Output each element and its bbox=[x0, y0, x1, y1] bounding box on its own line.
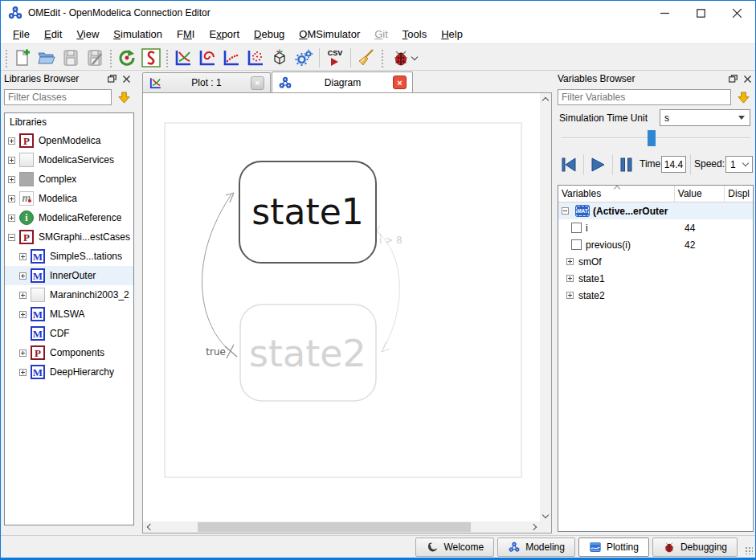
debug-button[interactable] bbox=[386, 47, 422, 69]
expand-icon[interactable] bbox=[566, 275, 574, 282]
filter-variables-input[interactable] bbox=[558, 89, 731, 105]
float-panel-button[interactable] bbox=[726, 73, 739, 84]
library-item-modelica[interactable]: m Modelica bbox=[5, 189, 133, 208]
toolbar-handle[interactable] bbox=[380, 48, 385, 67]
horizontal-scrollbar[interactable] bbox=[143, 521, 540, 533]
3d-visualization-button[interactable] bbox=[268, 47, 292, 69]
menu-git[interactable]: Git bbox=[367, 26, 395, 43]
time-input[interactable]: 14.4 bbox=[661, 156, 686, 173]
clear-plot-button[interactable] bbox=[354, 47, 378, 69]
pause-button[interactable] bbox=[615, 153, 638, 177]
variable-group-state1[interactable]: state1 bbox=[558, 270, 753, 287]
toolbar-handle[interactable] bbox=[108, 48, 113, 67]
time-unit-combobox[interactable]: s bbox=[660, 109, 750, 126]
plotting-perspective-button[interactable]: Plotting bbox=[578, 538, 649, 557]
menu-file[interactable]: File bbox=[6, 26, 37, 43]
menu-edit[interactable]: Edit bbox=[37, 26, 69, 43]
minimize-button[interactable] bbox=[647, 1, 683, 25]
column-display-unit[interactable]: Displ bbox=[725, 186, 753, 202]
play-button[interactable] bbox=[586, 153, 609, 177]
column-value[interactable]: Value bbox=[675, 186, 725, 202]
welcome-perspective-button[interactable]: Welcome bbox=[415, 538, 494, 557]
re-simulate-button[interactable] bbox=[115, 47, 139, 69]
scroll-down-button[interactable] bbox=[540, 510, 551, 521]
checkbox[interactable] bbox=[571, 239, 582, 250]
toolbar-handle[interactable] bbox=[165, 48, 170, 67]
scroll-left-button[interactable] bbox=[143, 521, 154, 533]
close-panel-button[interactable] bbox=[120, 73, 133, 84]
close-button[interactable] bbox=[719, 1, 755, 25]
debugging-perspective-button[interactable]: Debugging bbox=[652, 538, 738, 557]
expand-icon[interactable] bbox=[566, 292, 574, 299]
state1-shape[interactable]: state1 bbox=[239, 161, 376, 263]
expand-icon[interactable] bbox=[8, 195, 15, 202]
library-item-openmodelica[interactable]: P OpenModelica bbox=[5, 131, 133, 150]
simulation-gears-button[interactable] bbox=[292, 47, 316, 69]
new-parametric-plot-button[interactable] bbox=[195, 47, 219, 69]
variable-row-i[interactable]: i 44 bbox=[558, 219, 753, 236]
expand-icon[interactable] bbox=[8, 215, 15, 222]
library-item-maraninchi2003-2[interactable]: Maraninchi2003_2 bbox=[5, 285, 133, 305]
library-item-components[interactable]: P Components bbox=[5, 343, 133, 362]
menu-simulation[interactable]: Simulation bbox=[106, 26, 170, 43]
expand-icon[interactable] bbox=[8, 157, 15, 164]
re-simulate-setup-button[interactable] bbox=[139, 47, 163, 69]
menu-omsimulator[interactable]: OMSimulator bbox=[292, 26, 367, 43]
menu-view[interactable]: View bbox=[69, 26, 106, 43]
library-item-cdf[interactable]: M CDF bbox=[5, 324, 133, 343]
expand-icon[interactable] bbox=[19, 272, 27, 280]
scrollbar-thumb[interactable] bbox=[198, 522, 471, 532]
scroll-right-button[interactable] bbox=[529, 521, 540, 533]
filter-classes-input[interactable] bbox=[4, 89, 112, 105]
collapse-icon[interactable] bbox=[562, 207, 569, 215]
column-variables[interactable]: Variables bbox=[558, 186, 675, 202]
menu-debug[interactable]: Debug bbox=[247, 26, 292, 43]
modeling-perspective-button[interactable]: Modeling bbox=[497, 538, 575, 557]
diagram-canvas[interactable]: true i > 8 state1 state2 bbox=[143, 93, 540, 521]
menu-tools[interactable]: Tools bbox=[395, 26, 434, 43]
variable-group-state2[interactable]: state2 bbox=[558, 287, 753, 304]
expand-icon[interactable] bbox=[19, 253, 27, 260]
collapse-icon[interactable] bbox=[8, 234, 15, 241]
library-item-deephierarchy[interactable]: M DeepHierarchy bbox=[5, 362, 133, 382]
resize-grip[interactable] bbox=[745, 546, 753, 554]
time-slider-track[interactable] bbox=[562, 137, 750, 139]
close-tab-icon[interactable]: × bbox=[393, 76, 407, 89]
menu-help[interactable]: Help bbox=[434, 26, 470, 43]
rewind-button[interactable] bbox=[558, 153, 580, 177]
menu-fmi[interactable]: FMI bbox=[170, 26, 202, 43]
tab-plot-1[interactable]: Plot : 1 × bbox=[142, 72, 271, 92]
expand-icon[interactable] bbox=[8, 176, 15, 183]
state2-shape[interactable]: state2 bbox=[240, 305, 376, 401]
new-array-parametric-plot-button[interactable] bbox=[243, 47, 268, 69]
export-csv-button[interactable]: CSV bbox=[323, 47, 347, 69]
filter-options-button[interactable] bbox=[734, 89, 752, 105]
result-file-row[interactable]: MAT (Active...erOuter bbox=[558, 202, 753, 219]
tab-diagram[interactable]: Diagram × bbox=[272, 72, 413, 92]
expand-icon[interactable] bbox=[8, 137, 15, 145]
new-plot-window-button[interactable] bbox=[171, 47, 195, 69]
close-panel-button[interactable] bbox=[741, 73, 754, 84]
variable-group-smof[interactable]: smOf bbox=[558, 253, 753, 270]
filter-options-button[interactable] bbox=[115, 89, 133, 105]
float-panel-button[interactable] bbox=[105, 73, 118, 84]
transition-true[interactable]: true bbox=[202, 193, 237, 358]
expand-icon[interactable] bbox=[19, 369, 27, 376]
time-slider-handle[interactable] bbox=[648, 130, 656, 146]
close-tab-icon[interactable]: × bbox=[251, 76, 264, 90]
new-array-plot-button[interactable] bbox=[219, 47, 243, 69]
expand-icon[interactable] bbox=[19, 292, 27, 299]
library-item-modelicareference[interactable]: i ModelicaReference bbox=[5, 208, 133, 227]
expand-icon[interactable] bbox=[19, 349, 27, 357]
library-item-mlswa[interactable]: M MLSWA bbox=[5, 305, 133, 324]
expand-icon[interactable] bbox=[19, 311, 27, 318]
save-button[interactable] bbox=[59, 47, 83, 69]
save-as-button[interactable] bbox=[83, 47, 107, 69]
open-model-button[interactable] bbox=[35, 47, 59, 69]
menu-export[interactable]: Export bbox=[202, 26, 247, 43]
variable-row-previous-i[interactable]: previous(i) 42 bbox=[558, 236, 753, 253]
checkbox[interactable] bbox=[571, 223, 582, 233]
library-item-smgraphics-testcases[interactable]: P SMGraphi...estCases bbox=[5, 227, 133, 247]
scroll-up-button[interactable] bbox=[540, 93, 551, 104]
library-item-simplestations[interactable]: M SimpleS...tations bbox=[5, 247, 133, 266]
